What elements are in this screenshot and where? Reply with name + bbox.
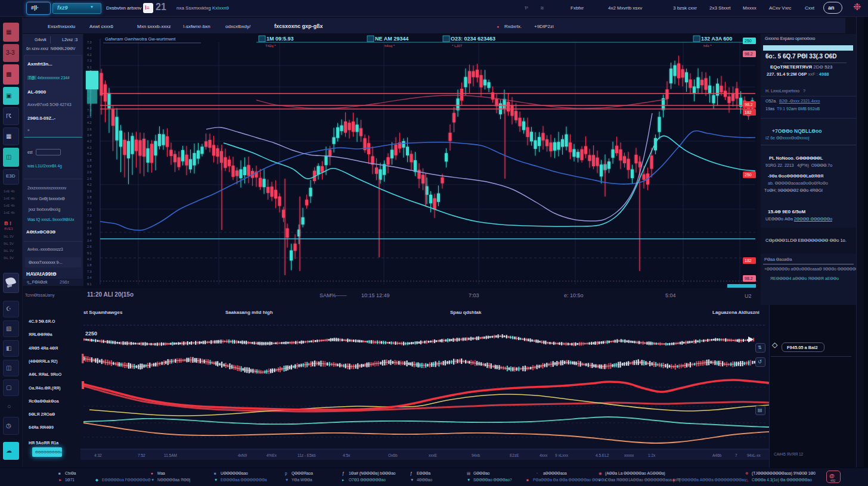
svg-text:11z - E5kb: 11z - E5kb — [297, 453, 316, 457]
svg-text:xxxxx: xxxxx — [624, 453, 634, 457]
svg-text:4.2: 4.2 — [87, 53, 92, 57]
svg-text:1.8: 1.8 — [87, 232, 92, 236]
svg-text:2.6: 2.6 — [87, 115, 92, 119]
svg-text:4.2: 4.2 — [87, 139, 92, 143]
svg-text:3.4: 3.4 — [87, 133, 92, 137]
svg-text:9.1: 9.1 — [87, 66, 92, 69]
svg-text:st Squamhawges: st Squamhawges — [83, 310, 123, 315]
svg-text:4.2: 4.2 — [87, 146, 92, 149]
svg-text:1:2x: 1:2x — [648, 453, 656, 457]
svg-text:Saakasang mild high: Saakasang mild high — [225, 310, 273, 315]
svg-text:2.6: 2.6 — [87, 177, 92, 180]
svg-text:7.3: 7.3 — [87, 108, 92, 112]
svg-text:1.8: 1.8 — [87, 195, 92, 199]
svg-text:Gafwram Gwnhwotra Gw-wurtmwn: Gafwram Gwnhwotra Gw-wurtmwnt — [105, 36, 176, 42]
svg-text:2.6: 2.6 — [87, 220, 92, 224]
svg-text:Ox6b: Ox6b — [388, 453, 398, 457]
svg-text:h4x *: h4x * — [703, 44, 712, 48]
svg-text:2.6: 2.6 — [87, 170, 92, 174]
svg-text:98.2: 98.2 — [745, 52, 753, 56]
svg-text:94xb: 94xb — [472, 453, 480, 457]
svg-text:2.6: 2.6 — [87, 127, 92, 131]
svg-text:182: 182 — [745, 110, 752, 114]
svg-text:4.2: 4.2 — [87, 46, 92, 50]
svg-text:A46b: A46b — [712, 453, 722, 457]
svg-text:98.2: 98.2 — [745, 276, 753, 281]
svg-text:98.2: 98.2 — [745, 102, 753, 107]
svg-text:T42q *: T42q * — [265, 44, 276, 48]
svg-text:4.2: 4.2 — [87, 183, 92, 186]
svg-text:2.6: 2.6 — [87, 189, 92, 193]
svg-text:182: 182 — [745, 258, 752, 263]
svg-text:3.4: 3.4 — [87, 276, 92, 279]
svg-text:3.4: 3.4 — [87, 226, 92, 230]
svg-text:4.2: 4.2 — [87, 257, 92, 261]
svg-text:7.3: 7.3 — [87, 214, 92, 217]
svg-text:Spau qdshtak: Spau qdshtak — [450, 310, 482, 315]
svg-text:9 xLxxx: 9 xLxxx — [555, 453, 569, 457]
svg-text:4:5x: 4:5x — [343, 453, 351, 457]
svg-text:7.3: 7.3 — [87, 201, 92, 205]
svg-text:250: 250 — [745, 173, 752, 177]
svg-text:94xL-xx: 94xL-xx — [747, 453, 761, 457]
svg-text:2250: 2250 — [85, 331, 97, 337]
svg-text:250: 250 — [745, 39, 752, 43]
svg-text:4%Ex: 4%Ex — [266, 453, 277, 457]
svg-text:4.2: 4.2 — [87, 152, 92, 155]
svg-text:1.8: 1.8 — [87, 164, 92, 168]
svg-text:4xxx: 4xxx — [540, 453, 548, 457]
svg-text:* LJ07: * LJ07 — [452, 44, 463, 48]
svg-text:7:52: 7:52 — [138, 453, 145, 457]
svg-text:xxxE: xxxE — [429, 453, 438, 457]
svg-text:Laguazena Aldiuszni: Laguazena Aldiuszni — [712, 310, 760, 315]
svg-text:7.3: 7.3 — [87, 270, 92, 273]
svg-text:O23: 0234 623463: O23: 0234 623463 — [451, 36, 495, 42]
svg-text:1M 09:5.93: 1M 09:5.93 — [266, 36, 294, 42]
svg-text:7.3: 7.3 — [87, 40, 92, 44]
svg-text:3.4: 3.4 — [87, 239, 92, 242]
svg-text:h4xq *: h4xq * — [385, 44, 395, 48]
svg-text:7: 7 — [735, 453, 737, 457]
svg-text:NE AM 29344: NE AM 29344 — [375, 36, 408, 42]
svg-text:11.5AM: 11.5AM — [164, 453, 177, 457]
svg-text:2.6: 2.6 — [87, 245, 92, 248]
svg-text:4xN9: 4xN9 — [238, 453, 247, 457]
svg-text:132 A3A 600: 132 A3A 600 — [701, 36, 732, 42]
svg-text:9.1: 9.1 — [87, 251, 92, 255]
svg-text:1.8: 1.8 — [87, 158, 92, 162]
svg-text:1.8: 1.8 — [87, 263, 92, 267]
svg-text:4.2: 4.2 — [87, 121, 92, 124]
svg-text:7.3: 7.3 — [87, 59, 92, 63]
svg-text:4:32: 4:32 — [94, 453, 102, 457]
svg-text:4.5.EL2: 4.5.EL2 — [596, 453, 609, 457]
svg-text:7.3: 7.3 — [87, 208, 92, 211]
svg-text:9.1: 9.1 — [87, 282, 92, 286]
svg-text:E2zE: E2zE — [510, 453, 519, 457]
